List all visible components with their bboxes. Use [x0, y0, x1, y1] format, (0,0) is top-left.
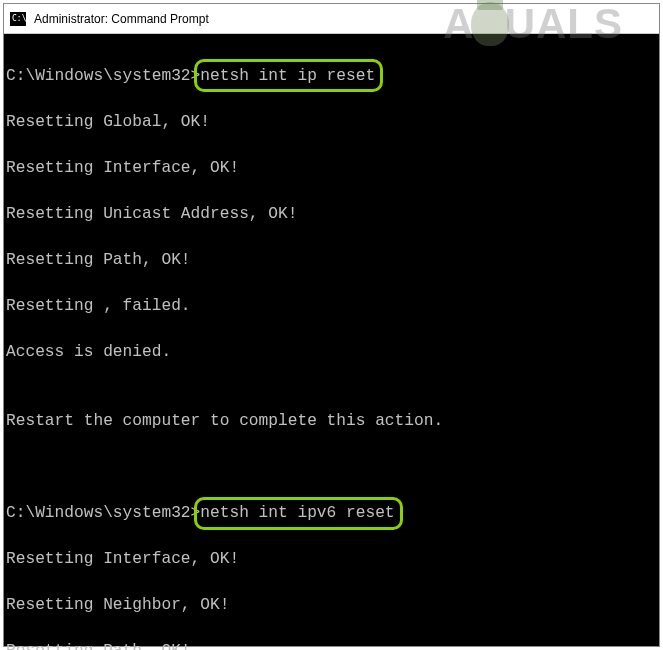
command-text: netsh int ip reset	[200, 65, 375, 88]
output-line: Resetting Interface, OK!	[4, 157, 659, 180]
command-prompt-window: Administrator: Command Prompt C:\Windows…	[3, 3, 660, 647]
watermark-logo: A UALS	[443, 0, 623, 48]
prompt-path: C:\Windows\system32>	[6, 67, 200, 85]
watermark-text-right: UALS	[505, 0, 623, 48]
terminal-output[interactable]: C:\Windows\system32>netsh int ip reset R…	[4, 34, 659, 650]
command-text: netsh int ipv6 reset	[200, 502, 394, 525]
prompt-line: C:\Windows\system32>netsh int ip reset	[4, 65, 659, 88]
prompt-path: C:\Windows\system32>	[6, 504, 200, 522]
output-line: Resetting Unicast Address, OK!	[4, 203, 659, 226]
watermark-text-left: A	[443, 0, 474, 48]
prompt-line: C:\Windows\system32>netsh int ipv6 reset	[4, 502, 659, 525]
window-title: Administrator: Command Prompt	[34, 12, 209, 26]
output-line: Resetting Global, OK!	[4, 111, 659, 134]
output-line: Access is denied.	[4, 341, 659, 364]
output-line: Resetting Interface, OK!	[4, 548, 659, 571]
output-line: Resetting Neighbor, OK!	[4, 594, 659, 617]
output-line: Restart the computer to complete this ac…	[4, 410, 659, 433]
output-line: Resetting , failed.	[4, 295, 659, 318]
command-prompt-icon	[10, 12, 26, 26]
watermark-mascot-icon	[471, 2, 509, 46]
output-line: Resetting Path, OK!	[4, 640, 659, 650]
output-line: Resetting Path, OK!	[4, 249, 659, 272]
